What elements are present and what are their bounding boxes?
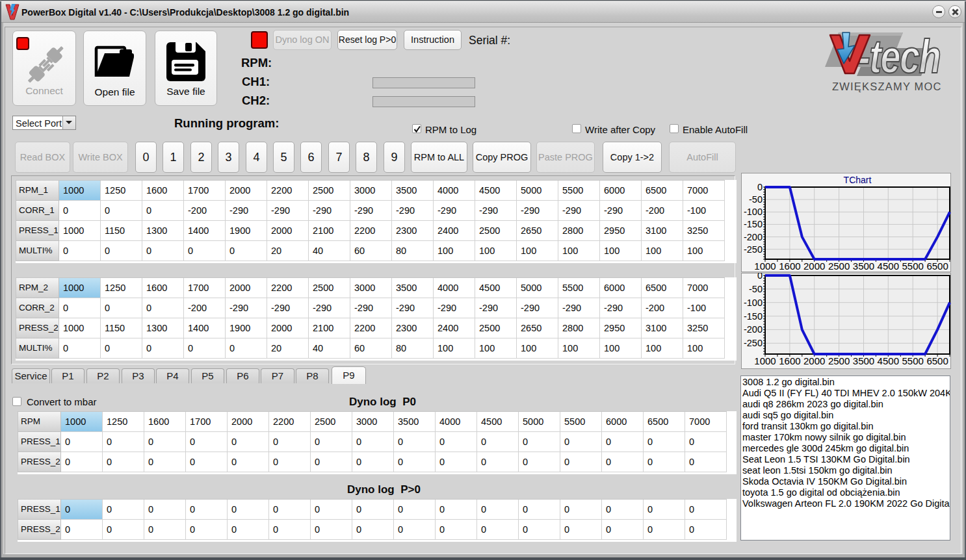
svg-text:2000: 2000: [803, 355, 825, 366]
svg-text:4500: 4500: [878, 355, 899, 366]
svg-text:4500: 4500: [878, 261, 899, 272]
svg-text:3500: 3500: [853, 261, 874, 272]
svg-text:2500: 2500: [828, 355, 850, 366]
svg-text:1000: 1000: [754, 355, 776, 366]
svg-text:-150: -150: [744, 311, 763, 322]
svg-text:6500: 6500: [926, 355, 948, 366]
svg-text:-200: -200: [744, 324, 763, 335]
svg-text:-tech: -tech: [858, 31, 940, 83]
svg-text:-250: -250: [744, 244, 763, 255]
svg-text:-200: -200: [744, 232, 763, 242]
svg-text:1000: 1000: [754, 261, 776, 272]
svg-text:2500: 2500: [828, 261, 850, 272]
svg-text:1600: 1600: [779, 261, 800, 272]
svg-text:0: 0: [757, 273, 763, 281]
svg-text:-100: -100: [744, 298, 763, 308]
svg-text:-250: -250: [744, 338, 763, 348]
svg-text:6500: 6500: [926, 261, 948, 272]
svg-text:1600: 1600: [779, 355, 800, 366]
svg-text:TChart: TChart: [844, 175, 872, 185]
svg-text:-100: -100: [744, 207, 763, 217]
svg-text:3500: 3500: [853, 355, 874, 366]
svg-text:-50: -50: [749, 194, 763, 205]
svg-text:0: 0: [757, 182, 763, 192]
svg-text:ZWIĘKSZAMY MOC: ZWIĘKSZAMY MOC: [832, 81, 942, 92]
svg-text:-150: -150: [744, 219, 763, 229]
svg-text:2000: 2000: [803, 261, 825, 272]
svg-text:5500: 5500: [902, 261, 924, 272]
svg-text:5500: 5500: [902, 355, 924, 366]
svg-text:-50: -50: [749, 284, 763, 294]
